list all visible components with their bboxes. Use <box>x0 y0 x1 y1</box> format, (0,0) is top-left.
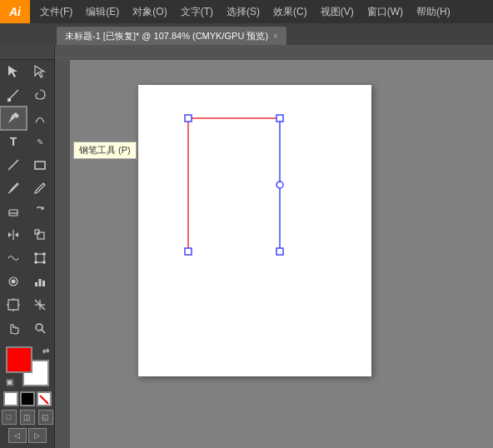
svg-rect-43 <box>276 248 283 255</box>
free-transform-tool-button[interactable] <box>27 246 53 270</box>
ruler-left <box>55 60 70 448</box>
svg-line-3 <box>15 90 18 93</box>
curvature-tool-button[interactable] <box>27 107 53 130</box>
menu-edit[interactable]: 编辑(E) <box>79 0 126 23</box>
pencil-tool-button[interactable] <box>27 177 53 200</box>
symbol-tool-button[interactable] <box>0 270 27 293</box>
svg-rect-14 <box>36 254 44 262</box>
menu-help[interactable]: 帮助(H) <box>410 0 457 23</box>
fill-swatch[interactable] <box>3 391 18 406</box>
svg-rect-40 <box>185 115 192 122</box>
svg-marker-11 <box>15 232 18 237</box>
tab-bar: 未标题-1 [已恢复]* @ 107.84% (CMYK/GPU 预览) × <box>0 23 493 45</box>
lasso-tool-button[interactable] <box>27 83 53 107</box>
foreground-color-box[interactable] <box>6 346 32 373</box>
canvas-area: 钢笔工具 (P) <box>55 45 493 448</box>
warp-tool-button[interactable] <box>0 246 27 270</box>
main-area: T ✎ <box>0 45 493 448</box>
bottom-tools: ⇄ ▣ □ ◫ ◱ ◁ ▷ <box>0 343 54 448</box>
svg-point-32 <box>36 324 42 331</box>
svg-rect-42 <box>185 248 192 255</box>
svg-rect-41 <box>276 115 283 122</box>
menu-view[interactable]: 视图(V) <box>314 0 361 23</box>
svg-rect-22 <box>39 279 42 286</box>
tool-row-transform <box>0 223 54 246</box>
svg-point-16 <box>43 253 45 255</box>
selection-tool-button[interactable] <box>0 60 27 83</box>
inside-mode-button[interactable]: ◱ <box>38 410 53 425</box>
scale-tool-button[interactable] <box>27 223 53 246</box>
line-tool-button[interactable] <box>0 153 27 177</box>
menu-object[interactable]: 对象(O) <box>126 0 173 23</box>
tool-row-2 <box>0 83 54 107</box>
svg-rect-23 <box>42 281 45 286</box>
stroke-swatch[interactable] <box>20 391 35 406</box>
artboard-tool-button[interactable] <box>0 293 27 316</box>
svg-marker-0 <box>8 66 17 77</box>
default-colors-icon[interactable]: ▣ <box>6 377 13 386</box>
tool-row-1 <box>0 60 54 83</box>
tool-row-pen <box>0 107 54 130</box>
none-swatch[interactable] <box>37 391 52 406</box>
svg-rect-36 <box>55 60 70 448</box>
canvas-content[interactable]: 钢笔工具 (P) <box>55 60 493 448</box>
toolbar: T ✎ <box>0 45 55 448</box>
svg-marker-1 <box>35 66 44 77</box>
menu-file[interactable]: 文件(F) <box>33 0 79 23</box>
reflect-tool-button[interactable] <box>0 223 27 246</box>
pen-tool-tooltip: 钢笔工具 (P) <box>73 142 137 159</box>
svg-rect-21 <box>35 282 37 286</box>
hand-tool-button[interactable] <box>0 316 27 340</box>
artboard-prev-button[interactable]: ◁ <box>8 428 27 443</box>
tab-label: 未标题-1 [已恢复]* @ 107.84% (CMYK/GPU 预览) <box>65 30 268 42</box>
rect-tool-button[interactable] <box>27 153 53 177</box>
menu-bar: 文件(F) 编辑(E) 对象(O) 文字(T) 选择(S) 效果(C) 视图(V… <box>30 0 493 23</box>
tool-row-paint <box>0 177 54 200</box>
tab-close-button[interactable]: × <box>273 32 278 41</box>
svg-rect-34 <box>55 45 493 60</box>
eraser-tool-button[interactable] <box>0 200 27 223</box>
menu-text[interactable]: 文字(T) <box>174 0 220 23</box>
svg-rect-4 <box>7 98 11 102</box>
svg-point-44 <box>276 182 283 188</box>
paintbrush-tool-button[interactable] <box>0 177 27 200</box>
svg-point-18 <box>43 261 45 263</box>
behind-mode-button[interactable]: ◫ <box>20 410 35 425</box>
slice-tool-button[interactable] <box>27 293 53 316</box>
ai-logo: Ai <box>0 0 30 23</box>
menu-select[interactable]: 选择(S) <box>220 0 266 23</box>
tool-row-hand <box>0 316 54 340</box>
menu-effect[interactable]: 效果(C) <box>266 0 314 23</box>
path-svg <box>138 85 371 376</box>
type-touch-tool-button[interactable]: ✎ <box>27 130 53 153</box>
document-tab[interactable]: 未标题-1 [已恢复]* @ 107.84% (CMYK/GPU 预览) × <box>57 27 286 45</box>
rotate-tool-button[interactable] <box>27 200 53 223</box>
svg-rect-6 <box>35 162 45 169</box>
direct-selection-tool-button[interactable] <box>27 60 53 83</box>
svg-marker-10 <box>8 232 12 237</box>
svg-point-17 <box>35 261 37 263</box>
pen-tool-button[interactable] <box>0 107 27 130</box>
tool-row-symbol <box>0 270 54 293</box>
title-bar: Ai 文件(F) 编辑(E) 对象(O) 文字(T) 选择(S) 效果(C) 视… <box>0 0 493 23</box>
artboard-next-button[interactable]: ▷ <box>28 428 47 443</box>
type-tool-button[interactable]: T <box>0 130 27 153</box>
menu-window[interactable]: 窗口(W) <box>361 0 410 23</box>
zoom-tool-button[interactable] <box>27 316 53 340</box>
column-chart-tool-button[interactable] <box>27 270 53 293</box>
toolbar-ruler <box>0 45 54 60</box>
svg-point-15 <box>35 253 37 255</box>
artboard-nav: ◁ ▷ <box>8 428 47 443</box>
svg-line-5 <box>8 160 18 170</box>
color-swatches: ⇄ ▣ <box>6 346 49 386</box>
stroke-fill-row <box>3 391 52 406</box>
swap-colors-icon[interactable]: ⇄ <box>42 346 49 356</box>
magic-wand-tool-button[interactable] <box>0 83 27 107</box>
normal-mode-button[interactable]: □ <box>2 410 17 425</box>
svg-point-20 <box>12 280 15 283</box>
tool-row-type: T ✎ <box>0 130 54 153</box>
svg-line-33 <box>42 330 45 333</box>
ruler-top <box>55 45 493 60</box>
document-canvas <box>138 85 371 376</box>
svg-rect-12 <box>37 232 44 239</box>
